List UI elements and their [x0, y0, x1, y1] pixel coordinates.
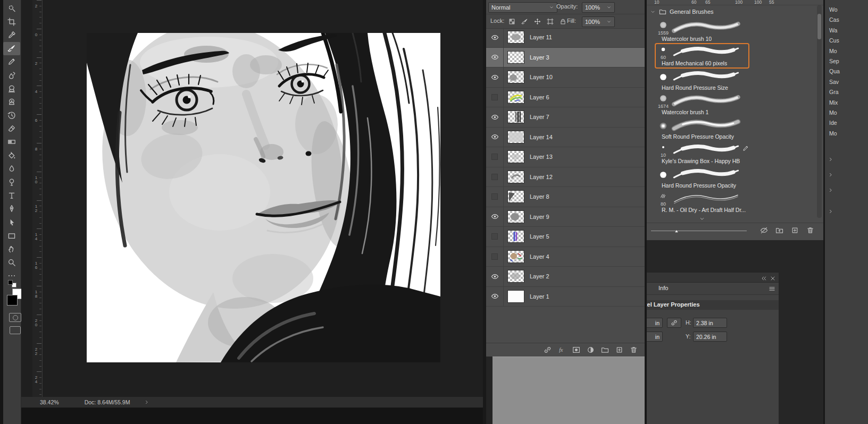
foreground-color-swatch[interactable] [7, 295, 18, 306]
tool-type[interactable] [3, 189, 20, 202]
layer-visibility-toggle[interactable] [486, 167, 504, 187]
brush-size-slider-thumb[interactable] [673, 226, 680, 232]
layer-name[interactable]: Layer 9 [530, 214, 549, 220]
tool-eraser[interactable] [3, 122, 20, 135]
layer-thumbnail[interactable] [507, 131, 524, 143]
layer-name[interactable]: Layer 8 [530, 193, 549, 200]
collapsed-group-row[interactable] [828, 171, 834, 177]
layer-name[interactable]: Layer 5 [530, 233, 549, 240]
layer-thumbnail[interactable] [507, 290, 524, 303]
collapsed-group-row[interactable] [828, 186, 834, 192]
layer-row[interactable]: Layer 3 [486, 48, 645, 68]
document-canvas[interactable] [87, 33, 440, 362]
layer-visibility-toggle[interactable] [486, 247, 504, 267]
brush-item[interactable]: 1674Watercolor brush 1 [655, 92, 749, 117]
layer-row[interactable]: Layer 11 [486, 28, 645, 48]
layer-thumbnail[interactable] [507, 150, 524, 163]
layer-row[interactable]: Layer 8 [486, 187, 645, 207]
layer-thumbnail[interactable] [507, 51, 524, 64]
layer-thumbnail[interactable] [507, 270, 524, 283]
layer-name[interactable]: Layer 13 [530, 154, 553, 160]
layer-visibility-toggle[interactable] [486, 267, 504, 286]
brush-group-item[interactable]: Wo [829, 6, 838, 13]
layer-visibility-toggle[interactable] [486, 227, 504, 247]
brush-group-item[interactable]: Mo [829, 130, 837, 137]
layer-thumbnail[interactable] [507, 210, 524, 223]
tool-pen[interactable] [3, 202, 20, 216]
lock-artboard-button[interactable] [545, 16, 556, 26]
layer-visibility-toggle[interactable] [486, 107, 504, 127]
panel-menu-button[interactable] [769, 285, 775, 292]
layer-thumbnail[interactable] [507, 171, 524, 183]
tool-blur[interactable] [3, 162, 20, 175]
tool-history-brush[interactable] [3, 109, 20, 122]
link-layers-button[interactable] [542, 345, 552, 355]
new-adjustment-layer-button[interactable] [586, 345, 595, 355]
layer-thumbnail[interactable] [507, 190, 524, 203]
new-brush-group-button[interactable] [774, 225, 784, 235]
tool-path-select[interactable] [3, 216, 20, 229]
document-size-info[interactable]: Doc: 8.64M/55.9M [85, 399, 130, 405]
vertical-ruler[interactable]: 2024681012141618202224 [32, 0, 43, 397]
layer-name[interactable]: Layer 12 [530, 174, 553, 180]
link-dimensions-button[interactable] [667, 318, 681, 328]
tool-brush[interactable] [3, 42, 20, 55]
layer-name[interactable]: Layer 1 [530, 293, 549, 300]
collapse-panel-button[interactable] [761, 274, 767, 281]
new-brush-button[interactable] [790, 225, 799, 235]
close-panel-button[interactable] [770, 274, 776, 281]
layer-thumbnail[interactable] [507, 91, 524, 104]
collapsed-group-row[interactable] [828, 207, 834, 214]
tool-pencil[interactable] [3, 55, 20, 69]
layer-visibility-toggle[interactable] [486, 287, 504, 307]
brush-group-item[interactable]: Qua [829, 68, 840, 74]
tool-crop[interactable] [3, 15, 20, 28]
brush-item[interactable]: Hard Round Pressure Size [655, 68, 749, 92]
layer-name[interactable]: Layer 4 [530, 253, 549, 260]
brushes-scrollbar[interactable] [817, 5, 822, 218]
clipped-field-input[interactable]: in [647, 318, 663, 328]
layer-thumbnail[interactable] [507, 250, 524, 263]
default-colors-icon[interactable] [7, 280, 17, 287]
group-expand-chevron-icon[interactable] [650, 9, 656, 15]
layer-name[interactable]: Layer 7 [530, 114, 549, 120]
brush-group-item[interactable]: Mo [829, 48, 837, 54]
status-options-chevron[interactable] [144, 399, 150, 405]
lock-position-button[interactable] [532, 16, 543, 26]
layer-row[interactable]: Layer 13 [486, 147, 645, 167]
layer-visibility-toggle[interactable] [486, 128, 504, 147]
layer-visibility-toggle[interactable] [486, 207, 504, 227]
layer-visibility-toggle[interactable] [486, 147, 504, 167]
quick-mask-button[interactable] [9, 313, 21, 322]
clipped-field-input[interactable]: in [647, 332, 663, 342]
tool-shape[interactable] [3, 229, 20, 242]
brush-group-item[interactable]: Mix [829, 99, 838, 106]
brush-group-item[interactable]: Cas [829, 16, 839, 23]
layer-visibility-toggle[interactable] [486, 88, 504, 107]
brush-item[interactable]: 1559Watercolor brush 10 [655, 19, 749, 44]
layer-row[interactable]: Layer 9 [486, 207, 645, 227]
fill-select[interactable]: 100% [582, 16, 615, 27]
layer-row[interactable]: Layer 5 [486, 227, 645, 247]
tool-zoom[interactable] [3, 256, 20, 269]
delete-brush-button[interactable] [805, 225, 815, 235]
layer-row[interactable]: Layer 10 [486, 67, 645, 88]
delete-layer-button[interactable] [629, 345, 638, 355]
blend-mode-select[interactable]: Normal [488, 2, 557, 13]
zoom-level[interactable]: 38.42% [40, 399, 59, 405]
brush-item[interactable]: 80R. M. - Oil Dry - Art Draft Half Dr... [655, 190, 749, 215]
scrollbar-thumb[interactable] [817, 14, 821, 39]
tool-mixer-brush[interactable] [3, 69, 20, 82]
layer-name[interactable]: Layer 14 [530, 134, 553, 140]
layer-visibility-toggle[interactable] [486, 28, 504, 47]
tool-paint-bucket[interactable] [3, 149, 20, 162]
layer-name[interactable]: Layer 10 [530, 74, 553, 80]
toggle-brush-preview-button[interactable] [759, 225, 769, 235]
layer-row[interactable]: Layer 12 [486, 167, 645, 188]
layer-name[interactable]: Layer 2 [530, 273, 549, 279]
layer-visibility-toggle[interactable] [486, 67, 504, 87]
brush-size-slider-track[interactable] [651, 231, 747, 231]
lock-transparent-pixels-button[interactable] [506, 16, 518, 26]
tool-dodge[interactable] [3, 175, 20, 189]
field-input[interactable]: 2.38 in [693, 318, 727, 328]
